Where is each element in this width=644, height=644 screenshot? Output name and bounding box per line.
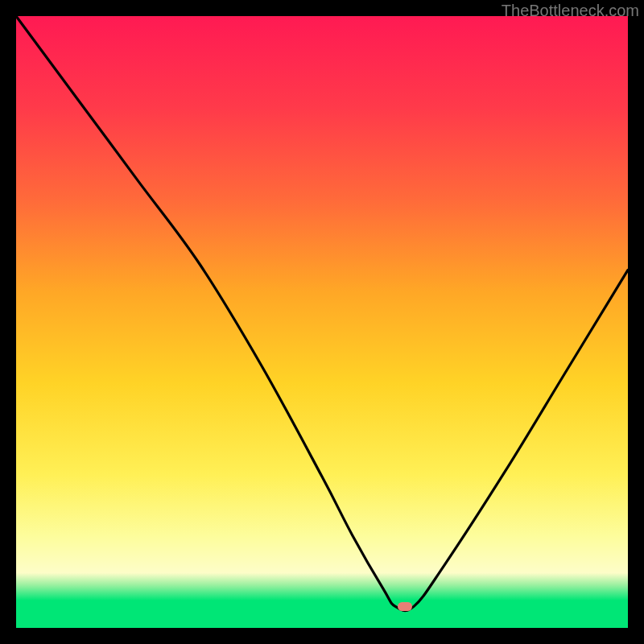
bottleneck-curve-path: [16, 16, 628, 611]
optimal-marker: [398, 602, 412, 611]
curve-svg: [16, 16, 628, 628]
bottleneck-chart: TheBottleneck.com: [0, 0, 644, 644]
plot-area: [16, 16, 628, 628]
